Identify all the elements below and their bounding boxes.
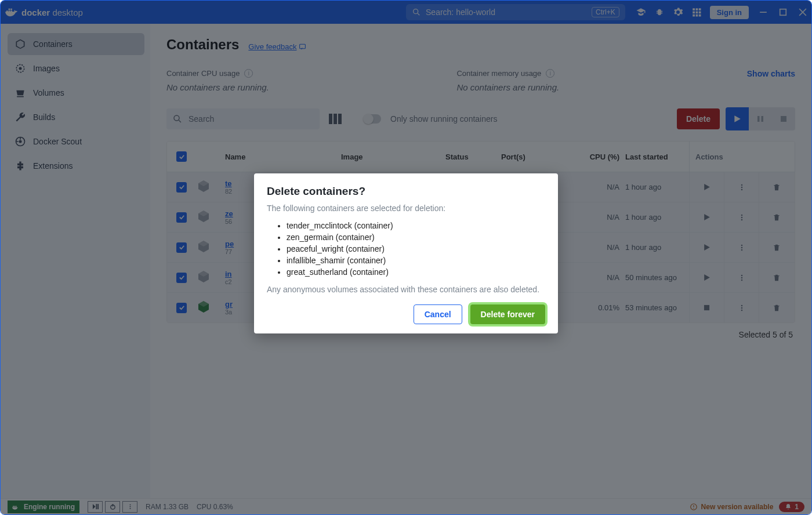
delete-confirm-dialog: Delete containers? The following contain…: [254, 173, 558, 333]
modal-footer-text: Any anonymous volumes associated with th…: [267, 285, 545, 294]
modal-list-item: great_sutherland (container): [287, 266, 545, 278]
modal-subtitle: The following containers are selected fo…: [267, 204, 545, 213]
cancel-button[interactable]: Cancel: [414, 304, 462, 324]
modal-list-item: peaceful_wright (container): [287, 243, 545, 255]
modal-list-item: infallible_shamir (container): [287, 255, 545, 266]
delete-forever-button[interactable]: Delete forever: [470, 304, 545, 324]
modal-list-item: zen_germain (container): [287, 231, 545, 243]
modal-overlay[interactable]: Delete containers? The following contain…: [1, 1, 811, 514]
modal-container-list: tender_mcclintock (container)zen_germain…: [287, 220, 545, 278]
modal-title: Delete containers?: [267, 185, 545, 198]
modal-list-item: tender_mcclintock (container): [287, 220, 545, 231]
